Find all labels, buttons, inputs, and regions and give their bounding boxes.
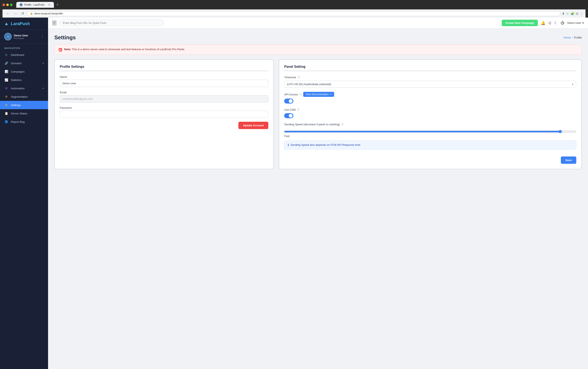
sidebar: ▲ LaraPush ⊙ Demo User Pro Panel ⋮ Navig…	[0, 18, 48, 369]
sidebar-item-segmentation[interactable]: ⚙ Segmentation	[0, 92, 48, 101]
topbar-actions: Create New Campaign 🔔 ⊙ ☾ ⏻ Demo User ▾	[502, 20, 584, 26]
password-field-group: Password	[60, 106, 268, 118]
update-account-button[interactable]: Update Account	[238, 122, 268, 129]
sending-speed-label: Sending Speed (decrease if panel is cras…	[284, 123, 340, 126]
password-label: Password	[60, 106, 268, 109]
user-dropdown[interactable]: Demo User ▾	[567, 21, 584, 24]
save-button[interactable]: Save	[561, 156, 576, 164]
settings-cards: Profile Settings Name Email Password Upd…	[54, 59, 582, 169]
sidebar-item-label: Dashboard	[11, 53, 44, 56]
sidebar-item-automation[interactable]: ⚙ Automation ▾	[0, 84, 48, 92]
sidebar-item-domains[interactable]: 🔗 Domains ▾	[0, 59, 48, 67]
report-bug-icon: 🔵	[4, 120, 8, 124]
settings-icon: ⚙	[4, 103, 8, 107]
menu-button[interactable]: ⋮	[580, 12, 583, 15]
breadcrumb-home[interactable]: Home	[564, 36, 571, 39]
sidebar-item-report-bug[interactable]: 🔵 Report Bug	[0, 118, 48, 126]
user-dropdown-label: Demo User	[567, 21, 581, 24]
timezone-info-icon: ⓘ	[297, 75, 300, 79]
bookmark-button[interactable]: ☆	[566, 12, 569, 15]
logo-text-part2: Push	[20, 21, 30, 26]
logo-text: LaraPush	[11, 21, 30, 26]
timezone-label: Timezone	[284, 76, 296, 79]
sidebar-item-campaigns[interactable]: 📊 Campaigns	[0, 67, 48, 76]
logo: ▲ LaraPush	[0, 18, 48, 30]
email-input	[60, 95, 268, 102]
sidebar-item-statistics[interactable]: 📈 Statistics	[0, 76, 48, 84]
timezone-select-wrapper: (UTC+05:30) Asia/Kolkata (selected)	[284, 81, 576, 88]
use-cdn-row: Use CDN ⓘ	[284, 108, 576, 118]
name-label: Name	[60, 75, 268, 78]
timezone-row: Timezone ⓘ (UTC+05:30) Asia/Kolkata (sel…	[284, 75, 576, 88]
toggle-slider	[284, 99, 293, 103]
user-name: Demo User	[14, 34, 39, 37]
sidebar-user: ⊙ Demo User Pro Panel ⋮	[0, 30, 48, 43]
api-access-row: API Access ⓘ View Documentation ↗	[284, 92, 576, 103]
email-label: Email	[60, 91, 268, 94]
avatar-initials: ⊙	[7, 35, 10, 39]
api-access-toggle[interactable]	[284, 99, 293, 103]
alert-bold: Note:	[64, 48, 71, 51]
sidebar-item-label: Server Status	[11, 112, 44, 115]
user-dropdown-chevron: ▾	[582, 21, 584, 24]
url-text: demo.larapush.live/profile	[34, 12, 63, 15]
server-status-icon: 📋	[4, 111, 8, 115]
page-title: Settings	[54, 34, 76, 41]
play-button[interactable]: ⊙	[548, 21, 551, 25]
profile-card-title: Profile Settings	[60, 65, 268, 71]
moon-button[interactable]: ☾	[554, 21, 558, 25]
back-button[interactable]: ←	[5, 11, 11, 16]
user-info: Demo User Pro Panel	[14, 34, 39, 40]
sending-speed-slider[interactable]	[284, 130, 576, 133]
close-dot[interactable]	[2, 4, 5, 6]
minimize-dot[interactable]	[6, 4, 9, 6]
api-access-info-icon: ⓘ	[299, 92, 302, 96]
refresh-button[interactable]: ↺	[20, 11, 25, 16]
share-button[interactable]: ⬆	[562, 12, 565, 15]
view-documentation-button[interactable]: View Documentation ↗	[303, 92, 334, 97]
breadcrumb-current: Profile	[574, 36, 582, 39]
panel-settings-card: Panel Setting Timezone ⓘ (UTC+05:30) Asi…	[279, 59, 582, 169]
forward-button[interactable]: →	[12, 11, 18, 16]
browser-tab[interactable]: ▲ Profile - LaraPush ✕	[16, 2, 54, 8]
segmentation-icon: ⚙	[4, 94, 8, 99]
alert-text: Note: This is a demo server used to show…	[64, 48, 185, 51]
sidebar-item-server-status[interactable]: 📋 Server Status	[0, 109, 48, 118]
avatar: ⊙	[4, 33, 12, 40]
name-field-group: Name	[60, 75, 268, 87]
create-campaign-button[interactable]: Create New Campaign	[502, 20, 538, 26]
search-input[interactable]	[59, 20, 164, 26]
extensions-button[interactable]: 🧩	[571, 12, 574, 15]
statistics-icon: 📈	[4, 78, 8, 82]
nav-label: Navigation	[0, 43, 48, 51]
main-content: Settings Home / Profile 📛 Note: This is …	[48, 29, 588, 369]
breadcrumb-separator: /	[572, 36, 573, 39]
use-cdn-label: Use CDN	[284, 108, 296, 111]
sidebar-item-dashboard[interactable]: ⊙ Dashboard	[0, 51, 48, 59]
notification-button[interactable]: 🔔	[541, 21, 545, 25]
sidebar-toggle-button[interactable]: ☰	[52, 20, 56, 26]
tab-close-button[interactable]: ✕	[48, 3, 50, 7]
timezone-select[interactable]: (UTC+05:30) Asia/Kolkata (selected)	[284, 81, 576, 88]
sidebar-item-label: Report Bug	[11, 120, 44, 123]
sending-speed-info-icon: ⓘ	[341, 122, 344, 126]
breadcrumb: Home / Profile	[564, 36, 582, 39]
sidebar-item-label: Statistics	[11, 78, 44, 82]
use-cdn-toggle[interactable]	[284, 113, 293, 118]
sidebar-item-settings[interactable]: ⚙ Settings	[0, 101, 48, 109]
address-bar[interactable]: 🔒 demo.larapush.live/profile	[27, 11, 560, 16]
user-menu-button[interactable]: ⋮	[40, 35, 44, 39]
new-tab-button[interactable]: +	[55, 2, 60, 8]
page-header: Settings Home / Profile	[54, 34, 582, 41]
name-input[interactable]	[60, 80, 268, 87]
password-input[interactable]	[60, 111, 268, 118]
power-button[interactable]: ⏻	[561, 21, 564, 25]
info-box-text: Sending Speed also depends on FCM API Re…	[290, 143, 361, 146]
split-view-button[interactable]: ⊡	[576, 12, 578, 15]
search-bar	[59, 20, 164, 26]
maximize-dot[interactable]	[10, 4, 12, 6]
api-access-label: API Access	[284, 93, 298, 96]
external-link-icon: ↗	[330, 93, 332, 96]
domains-icon: 🔗	[4, 61, 8, 65]
user-plan: Pro Panel	[14, 37, 39, 40]
